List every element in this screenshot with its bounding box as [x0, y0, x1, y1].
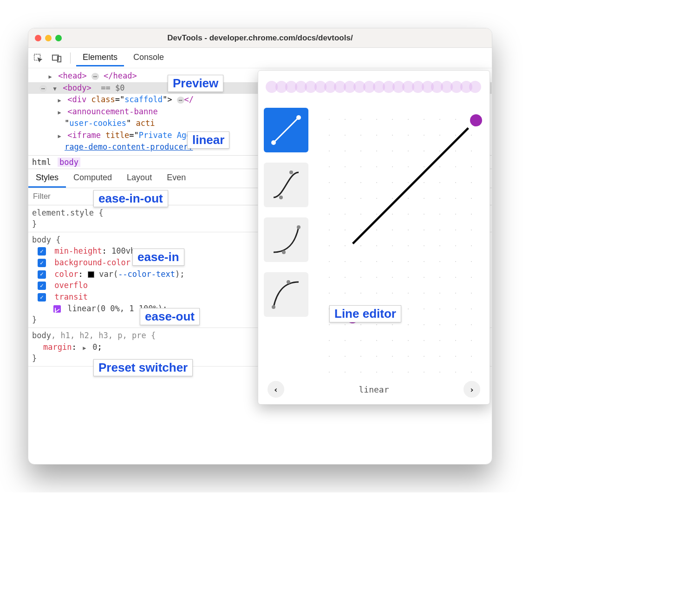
- callout-line-editor: Line editor: [329, 305, 401, 322]
- crumb-body[interactable]: body: [58, 157, 80, 167]
- property-toggle-checkbox[interactable]: [38, 293, 46, 301]
- callout-ease-in-out: ease-in-out: [93, 190, 168, 207]
- crumb-html[interactable]: html: [32, 157, 51, 167]
- chevron-right-icon: ›: [470, 385, 475, 394]
- devtools-window: DevTools - developer.chrome.com/docs/dev…: [28, 28, 492, 465]
- ellipsis-icon[interactable]: ⋯: [91, 73, 99, 80]
- easing-swatch-icon[interactable]: [53, 305, 61, 313]
- svg-point-11: [287, 280, 290, 284]
- window-title: DevTools - developer.chrome.com/docs/dev…: [28, 33, 492, 43]
- expand-arrow-icon[interactable]: ▶: [56, 132, 63, 140]
- preset-linear[interactable]: [264, 108, 308, 152]
- expand-arrow-icon[interactable]: ▶: [56, 108, 63, 117]
- easing-preview-strip: [266, 77, 482, 100]
- easing-handle-end[interactable]: [470, 114, 482, 126]
- current-preset-name: linear: [359, 385, 389, 394]
- svg-point-9: [297, 225, 300, 229]
- svg-point-4: [271, 140, 276, 145]
- inspect-element-icon[interactable]: [30, 50, 46, 66]
- subtab-events[interactable]: Even: [159, 169, 193, 188]
- svg-line-3: [274, 118, 299, 143]
- svg-point-10: [272, 305, 275, 309]
- device-toolbar-icon[interactable]: [49, 50, 65, 66]
- property-toggle-checkbox[interactable]: [38, 259, 46, 267]
- callout-ease-in: ease-in: [132, 249, 184, 266]
- subtab-layout[interactable]: Layout: [119, 169, 159, 188]
- tab-console[interactable]: Console: [127, 50, 170, 66]
- titlebar: DevTools - developer.chrome.com/docs/dev…: [28, 28, 492, 48]
- callout-preview: Preview: [168, 75, 223, 92]
- svg-point-6: [279, 196, 283, 199]
- expand-arrow-icon[interactable]: ▶: [81, 344, 88, 352]
- expand-arrow-icon[interactable]: ▼: [52, 85, 58, 93]
- separator: [70, 52, 71, 64]
- preset-ease-out[interactable]: [264, 272, 308, 317]
- ellipsis-icon[interactable]: ⋯: [39, 85, 47, 92]
- preset-column: [264, 107, 310, 375]
- easing-editor-popover: ‹ linear ›: [258, 70, 490, 405]
- svg-point-8: [282, 250, 286, 254]
- property-toggle-checkbox[interactable]: [38, 247, 46, 256]
- prev-preset-button[interactable]: ‹: [268, 381, 284, 398]
- expand-arrow-icon[interactable]: ▶: [56, 96, 63, 105]
- expand-arrow-icon[interactable]: ▶: [47, 72, 53, 81]
- easing-line-editor-canvas[interactable]: [317, 107, 484, 375]
- main-toolbar: Elements Console: [28, 48, 492, 68]
- callout-linear: linear: [187, 131, 229, 149]
- property-toggle-checkbox[interactable]: [38, 270, 46, 279]
- ellipsis-icon[interactable]: ⋯: [177, 97, 184, 104]
- svg-point-5: [296, 115, 301, 120]
- callout-preset-switcher: Preset switcher: [93, 359, 193, 376]
- subtab-computed[interactable]: Computed: [66, 169, 119, 188]
- svg-point-7: [289, 170, 293, 174]
- preset-ease-in[interactable]: [264, 217, 308, 262]
- preset-switcher: ‹ linear ›: [264, 379, 484, 398]
- preset-ease-in-out[interactable]: [264, 163, 308, 207]
- color-swatch-icon[interactable]: [88, 271, 94, 278]
- subtab-styles[interactable]: Styles: [28, 169, 66, 188]
- property-toggle-checkbox[interactable]: [38, 282, 46, 290]
- callout-ease-out: ease-out: [140, 308, 200, 325]
- svg-line-12: [353, 128, 469, 244]
- chevron-left-icon: ‹: [274, 385, 279, 394]
- next-preset-button[interactable]: ›: [464, 381, 480, 398]
- tab-elements[interactable]: Elements: [76, 50, 124, 66]
